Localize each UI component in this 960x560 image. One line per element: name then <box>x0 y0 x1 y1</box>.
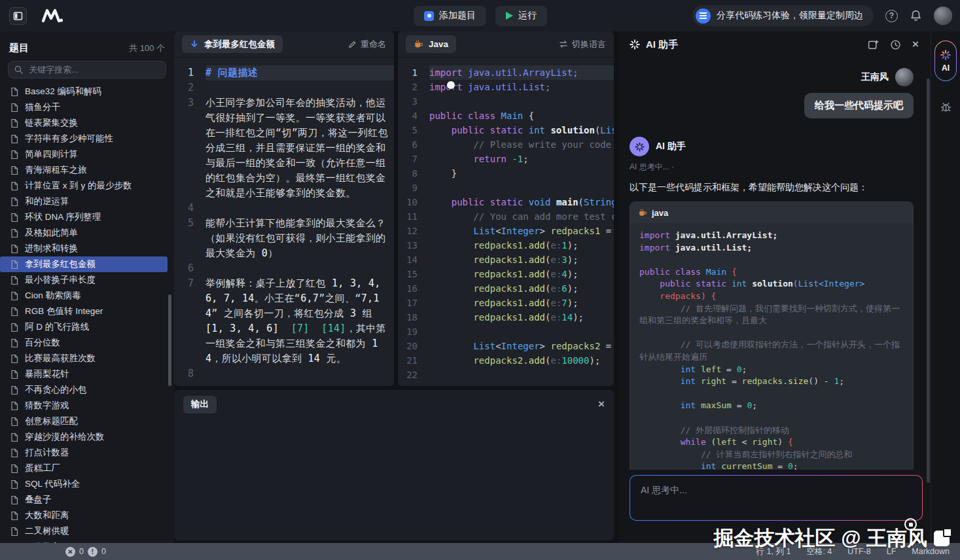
sidebar-item[interactable]: 链表聚集交换 <box>0 115 174 131</box>
line-number: 8 <box>174 366 205 381</box>
sidebar-item[interactable]: 计算位置 x 到 y 的最少步数 <box>0 178 174 194</box>
notification-bell-icon[interactable] <box>910 9 922 22</box>
line-number: 18 <box>398 310 429 324</box>
app-logo[interactable] <box>41 9 63 23</box>
sidebar-item-label: Base32 编码和解码 <box>25 86 101 97</box>
code-editor-body[interactable]: 1import java.util.ArrayList;2import java… <box>398 58 614 386</box>
promo-icon <box>696 9 711 24</box>
sidebar-item[interactable]: RGB 色值转 Integer <box>0 304 174 319</box>
problem-line: 4 <box>174 201 394 216</box>
sidebar-item[interactable]: 简单四则计算 <box>0 147 174 162</box>
user-chat-avatar <box>895 68 914 86</box>
line-number: 6 <box>174 261 205 276</box>
sidebar-item[interactable]: 及格如此简单 <box>0 225 174 241</box>
ai-code-line <box>639 388 904 400</box>
rail-ai-button[interactable]: AI <box>934 41 957 81</box>
sidebar-item-label: 百分位数 <box>25 337 60 349</box>
sidebar-item[interactable]: 打点计数器 <box>0 445 174 461</box>
ai-close-icon[interactable]: × <box>912 38 919 51</box>
file-language: Markdown <box>912 547 950 556</box>
sidebar-item[interactable]: 叠盘子 <box>0 492 174 508</box>
document-icon <box>10 166 19 175</box>
code-line: 20 List<Integer> redpacks2 = new ArrayLi… <box>398 339 614 353</box>
debug-bug-icon[interactable] <box>940 101 952 113</box>
promo-banner[interactable]: 分享代码练习体验，领限量定制周边 <box>692 5 874 26</box>
sidebar-item-label: 叠盘子 <box>25 494 52 506</box>
sidebar-item[interactable]: 拿到最多红包金额 <box>0 256 168 272</box>
sidebar-item[interactable]: 比赛最高获胜次数 <box>0 351 174 366</box>
ai-code-line: public class Main { <box>639 266 904 279</box>
line-number: 1 <box>398 65 429 80</box>
sidebar-item[interactable]: SQL 代码补全 <box>0 476 174 492</box>
line-number: 3 <box>398 94 429 109</box>
document-icon <box>10 213 19 222</box>
run-button[interactable]: 运行 <box>495 6 547 26</box>
sidebar-item[interactable]: 猫鱼分干 <box>0 99 174 115</box>
code-line: 6 // Please write your code here <box>398 137 614 152</box>
line-number: 16 <box>398 281 429 296</box>
sidebar-item[interactable]: 进制求和转换 <box>0 241 174 256</box>
sidebar-item[interactable]: 穿越沙漠的补给次数 <box>0 429 174 445</box>
language-tab[interactable]: Java <box>406 35 456 53</box>
line-number: 19 <box>398 324 429 339</box>
rename-button[interactable]: 重命名 <box>348 39 386 50</box>
sidebar-item[interactable]: Base32 编码和解码 <box>0 84 174 99</box>
sidebar-item[interactable]: 二叉树供暖 <box>0 523 174 539</box>
sidebar-scrollbar[interactable] <box>168 294 171 386</box>
help-button[interactable]: ? <box>885 10 898 22</box>
sidebar-item[interactable]: 百分位数 <box>0 335 174 351</box>
output-tab-label: 输出 <box>191 398 209 410</box>
search-box[interactable] <box>8 61 166 79</box>
ai-code-line: public static int solution(List<Integer> <box>639 278 904 290</box>
sidebar-item-label: 大数和距离 <box>25 510 69 521</box>
line-number: 4 <box>174 201 205 216</box>
sidebar-item[interactable]: 创意标题匹配 <box>0 413 174 429</box>
output-tab[interactable]: 输出 <box>183 396 217 413</box>
ai-code-line: int maxSum = 0; <box>639 400 904 412</box>
new-chat-icon[interactable] <box>868 39 879 50</box>
sidebar-item[interactable]: 和的逆运算 <box>0 194 174 209</box>
sidebar-item[interactable]: 阿 D 的飞行路线 <box>0 319 174 335</box>
sidebar-item[interactable]: 大数和距离 <box>0 508 174 523</box>
sidebar-item[interactable]: 环状 DNA 序列整理 <box>0 209 174 225</box>
sidebar-toggle-button[interactable] <box>9 7 27 25</box>
sidebar-item[interactable]: 青海湖租车之旅 <box>0 162 174 178</box>
code-line: 7 return -1; <box>398 152 614 166</box>
problem-tab[interactable]: 拿到最多红包金额 <box>182 35 283 53</box>
history-icon[interactable] <box>890 39 901 50</box>
output-close-icon[interactable]: × <box>598 398 605 411</box>
ai-avatar <box>630 137 649 156</box>
problem-editor-body[interactable]: 1# 问题描述23小王同学参加公司年会的抽奖活动，他运气很好抽到了一等奖。一等奖… <box>174 58 394 386</box>
problem-list: Base32 编码和解码 猫鱼分干 链表聚集交换 字符串有多少种可能性 简单四则… <box>0 84 174 543</box>
document-icon <box>10 401 19 411</box>
ai-code-body: import java.util.ArrayList;import java.u… <box>630 223 913 470</box>
sidebar-item[interactable]: 蛋糕工厂 <box>0 461 174 476</box>
ai-sparkle-icon <box>940 50 951 60</box>
ai-input-field[interactable] <box>630 476 922 504</box>
search-input[interactable] <box>27 64 160 75</box>
user-message-header: 王南风 <box>630 68 914 86</box>
ai-code-block-header: java <box>630 202 913 223</box>
sidebar-item[interactable]: 最小替换子串长度 <box>0 272 174 288</box>
document-icon <box>10 103 19 113</box>
ai-panel-scrollbar[interactable] <box>927 79 930 483</box>
add-problem-button[interactable]: 添加题目 <box>414 6 486 26</box>
switch-language-button[interactable]: 切换语言 <box>559 39 606 50</box>
sidebar-item[interactable]: 不再贪心的小包 <box>0 382 174 398</box>
sidebar-item[interactable]: 字符串有多少种可能性 <box>0 131 174 147</box>
problem-line: 3小王同学参加公司年会的抽奖活动，他运气很好抽到了一等奖。一等奖获奖者可以在一排… <box>174 96 394 201</box>
code-line: 13 redpacks1.add(e:1); <box>398 238 614 253</box>
app-window: 添加题目 运行 分享代码练习体验，领限量定制周边 ? 题目 <box>0 0 960 560</box>
ai-code-line: int left = 0; <box>639 364 904 376</box>
document-icon <box>10 228 19 238</box>
sidebar-item-label: 阿 D 的飞行路线 <box>25 321 89 333</box>
sidebar-item[interactable]: Cion 勒索病毒 <box>0 288 174 304</box>
code-line: 21 redpacks2.add(e:10000); <box>398 353 614 368</box>
sidebar-item-label: 及格如此简单 <box>25 227 78 239</box>
sidebar-item[interactable]: 猜数字游戏 <box>0 398 174 413</box>
user-avatar[interactable] <box>934 7 952 25</box>
sidebar-item-label: 比赛最高获胜次数 <box>25 353 96 364</box>
sidebar-item[interactable]: 暴雨梨花针 <box>0 366 174 382</box>
ai-input-box[interactable] <box>630 475 923 521</box>
sidebar-item-label: 创意标题匹配 <box>25 415 78 427</box>
